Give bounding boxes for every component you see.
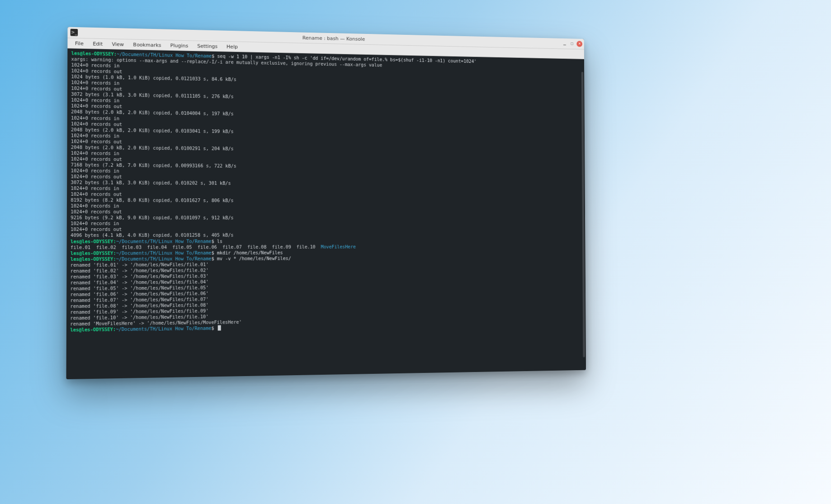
- app-icon: >_: [71, 29, 78, 36]
- menu-view[interactable]: View: [107, 40, 128, 48]
- prompt-path: ~/Documents/TH/Linux How To/Rename: [116, 239, 212, 244]
- cursor: [218, 325, 221, 331]
- close-button[interactable]: ✕: [576, 41, 582, 47]
- command-text: ls: [217, 239, 222, 244]
- window-controls: ▁ ▢ ✕: [562, 41, 582, 47]
- terminal-icon: >_: [71, 30, 77, 35]
- minimize-button[interactable]: ▁: [562, 41, 567, 47]
- menu-plugins[interactable]: Plugins: [166, 42, 193, 50]
- menu-bookmarks[interactable]: Bookmarks: [128, 41, 165, 49]
- terminal-line: 9216 bytes (9.2 kB, 9.0 KiB) copied, 0.0…: [71, 215, 582, 221]
- prompt-path: ~/Documents/TH/Linux How To/Rename: [116, 326, 211, 332]
- prompt-user-host: les@les-ODYSSEY: [71, 256, 113, 261]
- command-text: mv -v * /home/les/NewFiles/: [217, 256, 291, 261]
- menu-help[interactable]: Help: [222, 42, 242, 51]
- menu-edit[interactable]: Edit: [88, 40, 107, 48]
- maximize-button[interactable]: ▢: [569, 41, 575, 47]
- menu-settings[interactable]: Settings: [193, 42, 222, 50]
- prompt-path: ~/Documents/TH/Linux How To/Rename: [116, 256, 212, 262]
- terminal-viewport[interactable]: les@les-ODYSSEY:~/Documents/TH/Linux How…: [66, 48, 586, 379]
- prompt-user-host: les@les-ODYSSEY: [70, 327, 113, 332]
- prompt-user-host: les@les-ODYSSEY: [71, 51, 114, 57]
- terminal-line: 1024+0 records out: [71, 226, 582, 232]
- command-text: mkdir /home/les/NewFiles: [217, 250, 283, 255]
- prompt-user-host: les@les-ODYSSEY: [71, 239, 113, 244]
- menu-file[interactable]: File: [71, 39, 89, 47]
- konsole-window[interactable]: >_ Rename : bash — Konsole ▁ ▢ ✕ File Ed…: [66, 27, 586, 379]
- prompt-path: ~/Documents/TH/Linux How To/Rename: [116, 250, 212, 256]
- directory-name: MoveFilesHere: [321, 244, 356, 249]
- prompt-user-host: les@les-ODYSSEY: [71, 250, 113, 255]
- terminal-line: 1024+0 records in: [71, 221, 582, 226]
